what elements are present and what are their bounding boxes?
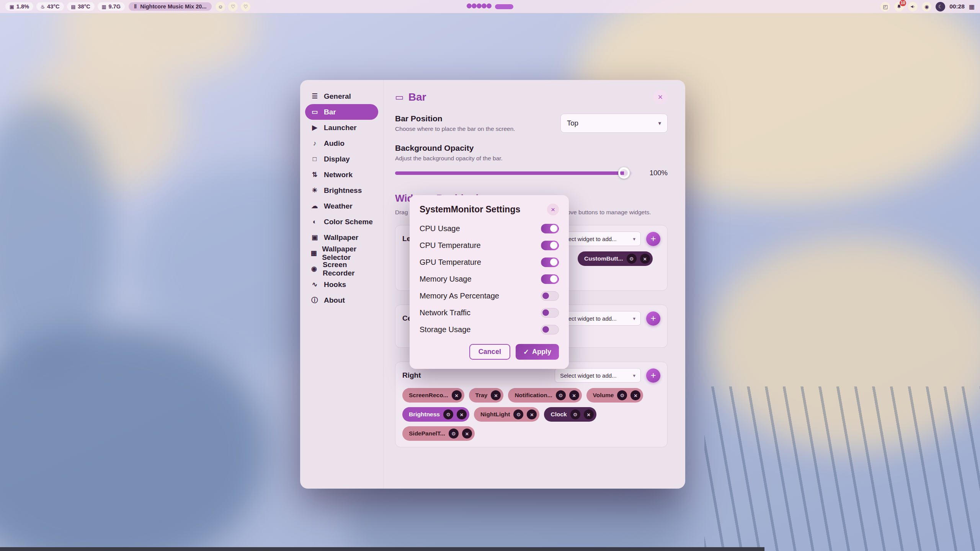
quick-icons: ☺ ♡ ♡ [216,2,250,11]
smiley-icon: ☺ [218,4,223,10]
add-widget-button[interactable]: + [646,311,660,326]
opacity-slider[interactable] [395,171,632,175]
widget-remove-button[interactable]: × [527,409,537,419]
widget-chip[interactable]: Tray × [469,388,504,403]
wallpaper-selector-icon: ▦ [310,249,317,257]
volume-button[interactable] [908,2,918,11]
toggle-knob [542,293,549,299]
cancel-button[interactable]: Cancel [469,344,510,360]
bar-position-dropdown[interactable]: Top ▾ [560,114,668,133]
toggle-switch[interactable] [541,274,559,284]
chevron-down-icon: ▾ [633,373,635,378]
widget-chip-label: Notification... [514,392,552,399]
widget-chip-label: Clock [550,411,567,418]
widget-chip-label: NightLight [480,411,510,418]
screenshot-icon: ◰ [883,4,888,10]
add-widget-button[interactable]: + [646,232,660,246]
toggle-switch[interactable] [541,325,559,334]
sidebar-item[interactable]: ∿ Hooks [305,277,378,292]
widget-remove-button[interactable]: × [640,254,650,264]
system-monitor-dialog: SystemMonitor Settings × CPU Usage CPU T… [410,195,569,369]
page-title: Bar [408,91,426,103]
widget-settings-button[interactable]: ⚙ [627,254,637,264]
sidebar-item[interactable]: ⇅ Network [305,167,378,183]
widget-settings-button[interactable]: ⚙ [513,409,523,419]
widget-chip[interactable]: Brightness ⚙ × [402,407,469,422]
close-icon: × [658,92,663,102]
widget-remove-button[interactable]: × [457,409,467,419]
stat-value: 9.7G [109,3,121,10]
quick-icon-button[interactable]: ♡ [241,2,250,11]
widget-chip[interactable]: Notification... ⚙ × [508,388,581,403]
close-settings-button[interactable]: × [653,90,668,104]
apply-button[interactable]: ✓ Apply [516,344,559,360]
widget-remove-button[interactable]: × [491,390,501,400]
toggle-switch[interactable] [541,258,559,267]
add-widget-dropdown[interactable]: Select widget to add... ▾ [555,368,641,383]
close-icon: × [460,411,464,418]
widget-chip[interactable]: CustomButt... ⚙ × [578,251,653,266]
sidebar-item[interactable]: ▦ Wallpaper Selector [305,245,378,261]
widget-settings-button[interactable]: ⚙ [556,390,566,400]
widget-remove-button[interactable]: × [630,390,640,400]
sidebar-item[interactable]: ▶ Launcher [305,120,378,135]
sidebar-item[interactable]: ☰ General [305,88,378,104]
apps-grid-button[interactable]: ▦ [969,3,975,10]
check-icon: ✓ [523,348,529,356]
toggle-switch[interactable] [541,241,559,250]
toggle-knob [542,310,549,316]
widget-chip[interactable]: Clock ⚙ × [544,407,596,422]
widget-remove-button[interactable]: × [584,409,594,419]
quick-icon-button[interactable]: ♡ [228,2,238,11]
toggle-switch[interactable] [541,308,559,318]
quick-icon-button[interactable]: ☺ [216,2,225,11]
wallpaper-icon: ▣ [310,233,319,241]
sidebar-item[interactable]: ▭ Bar [305,104,378,120]
screenshot-button[interactable]: ◰ [880,2,890,11]
sidebar-item[interactable]: ☀ Brightness [305,183,378,198]
widget-chip[interactable]: Volume ⚙ × [586,388,644,403]
sidebar-item[interactable]: □ Display [305,151,378,167]
widget-settings-button[interactable]: ⚙ [617,390,627,400]
dialog-close-button[interactable]: × [547,204,559,215]
toggle-switch[interactable] [541,224,559,233]
workspace-dot[interactable] [477,3,482,8]
sidebar-item[interactable]: ♪ Audio [305,135,378,151]
close-icon: × [465,430,469,437]
widget-chip[interactable]: ScreenReco... × [402,388,464,403]
sidebar-item[interactable]: ▣ Wallpaper [305,230,378,245]
close-icon: × [530,411,534,418]
top-bar: ▣ 1.8% ♨ 43°C ▤ 38°C ▥ 9.7G ‖ Nightcore … [0,0,980,13]
widget-settings-button[interactable]: ⚙ [570,409,580,419]
notifications-button[interactable]: 10 [894,2,904,11]
sidebar-item[interactable]: ◉ Screen Recorder [305,261,378,277]
widget-settings-button[interactable]: ⚙ [443,409,453,419]
widget-remove-button[interactable]: × [462,429,472,439]
media-player-widget[interactable]: ‖ Nightcore Music Mix 20... [129,2,212,11]
widget-settings-button[interactable]: ⚙ [449,429,459,439]
clock[interactable]: 00:28 [949,3,965,10]
stat-value: 1.8% [16,3,29,10]
widget-chip[interactable]: SidePanelT... ⚙ × [402,426,475,441]
workspace-active-pill[interactable] [495,4,513,9]
stat-pill: ▣ 1.8% [5,2,33,11]
toggle-switch[interactable] [541,291,559,301]
sidebar-item[interactable]: ☁ Weather [305,198,378,214]
widget-remove-button[interactable]: × [452,390,462,400]
widget-chip[interactable]: NightLight ⚙ × [474,407,539,422]
add-widget-button[interactable]: + [646,368,660,383]
memory-icon: ▥ [102,4,106,10]
workspace-dot[interactable] [467,3,472,8]
background-opacity-row: Background Opacity Adjust the background… [395,143,668,177]
sidebar-item-label: General [324,92,351,101]
workspace-dot[interactable] [482,3,487,8]
workspace-dot[interactable] [487,3,492,8]
sidebar-item[interactable]: ◐ Color Scheme [305,214,378,230]
workspace-dot[interactable] [472,3,477,8]
widget-remove-button[interactable]: × [569,390,579,400]
sidebar-item[interactable]: ⓘ About [305,292,378,308]
night-light-button[interactable]: ☾ [936,2,945,11]
record-button[interactable]: ◉ [922,2,931,11]
stat-pill: ▤ 38°C [67,2,95,11]
opacity-slider-knob[interactable] [618,167,630,179]
